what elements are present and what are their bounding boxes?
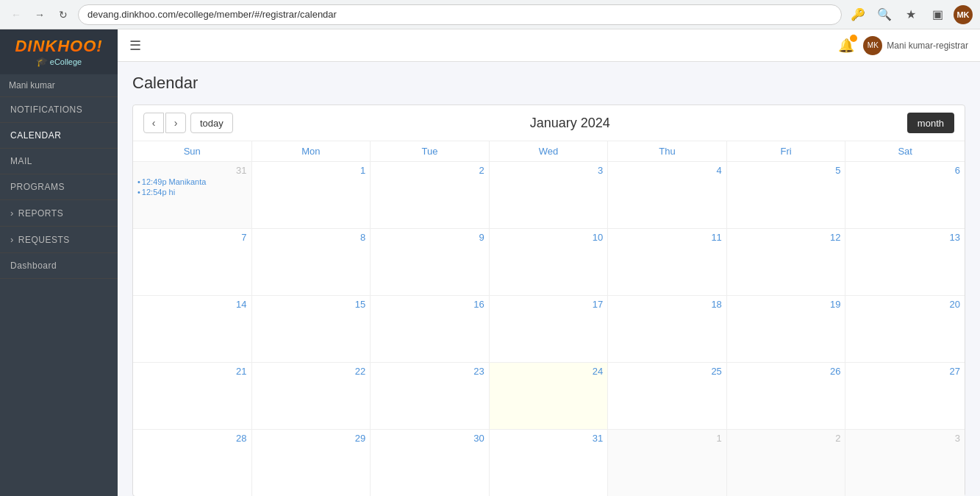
sidebar-username: Mani kumar	[9, 80, 55, 91]
back-button[interactable]: ←	[7, 6, 25, 24]
calendar-cell[interactable]: 9	[371, 229, 490, 295]
calendar-date-number: 30	[375, 433, 484, 444]
calendar-cell[interactable]: 8	[252, 229, 371, 295]
calendar-event[interactable]: 12:49p Manikanta	[137, 177, 247, 186]
calendar-cell[interactable]: 5	[727, 162, 846, 228]
app-container: DINKHOO! 🎓 eCollege Mani kumar NOTIFICAT…	[0, 29, 980, 496]
calendar-date-number: 14	[137, 299, 247, 310]
calendar-cell[interactable]: 13	[845, 229, 965, 295]
calendar-day-header-tue: Tue	[371, 141, 490, 161]
sidebar-nav: NOTIFICATIONSCALENDARMAILPROGRAMSREPORTS…	[0, 97, 118, 279]
calendar-cell[interactable]: 28	[133, 430, 252, 496]
split-view-icon[interactable]: ▣	[927, 4, 948, 25]
user-avatar: MK	[863, 36, 882, 55]
calendar-cell[interactable]: 15	[252, 296, 371, 362]
notification-button[interactable]: 🔔	[838, 38, 854, 54]
calendar-header: ‹ › today January 2024 month	[133, 105, 965, 141]
calendar-date-number: 31	[494, 433, 604, 444]
topbar: ☰ 🔔 MK Mani kumar-registrar	[118, 29, 980, 62]
reload-button[interactable]: ↻	[54, 6, 72, 24]
calendar-cell[interactable]: 19	[727, 296, 846, 362]
calendar-cell[interactable]: 2	[371, 162, 490, 228]
calendar-container: ‹ › today January 2024 month SunMonTueWe…	[132, 104, 965, 496]
calendar-date-number: 19	[732, 299, 841, 310]
calendar-today-button[interactable]: today	[190, 113, 233, 133]
user-display-name: Mani kumar-registrar	[887, 40, 968, 51]
zoom-icon[interactable]: 🔍	[874, 4, 895, 25]
calendar-date-number: 18	[612, 299, 722, 310]
calendar-cell[interactable]: 11	[608, 229, 727, 295]
topbar-left: ☰	[129, 38, 141, 54]
calendar-cell[interactable]: 2	[727, 430, 846, 496]
calendar-cell[interactable]: 23	[371, 363, 490, 429]
sidebar-item-programs[interactable]: PROGRAMS	[0, 174, 118, 200]
calendar-cell[interactable]: 7	[133, 229, 252, 295]
sidebar-item-calendar[interactable]: CALENDAR	[0, 123, 118, 149]
calendar-cell[interactable]: 6	[845, 162, 965, 228]
calendar-day-headers: SunMonTueWedThuFriSat	[133, 141, 965, 162]
hamburger-icon[interactable]: ☰	[129, 38, 141, 54]
sidebar-item-notifications[interactable]: NOTIFICATIONS	[0, 97, 118, 123]
calendar-day-header-thu: Thu	[608, 141, 727, 161]
topbar-right: 🔔 MK Mani kumar-registrar	[838, 36, 968, 55]
calendar-date-number: 1	[257, 165, 366, 176]
url-bar[interactable]: devang.dinkhoo.com/ecollege/member/#/reg…	[78, 4, 842, 25]
calendar-date-number: 21	[137, 366, 247, 377]
browser-user-avatar[interactable]: MK	[954, 5, 973, 24]
calendar-cell[interactable]: 29	[252, 430, 371, 496]
sidebar-user: Mani kumar	[0, 74, 118, 97]
calendar-cell[interactable]: 26	[727, 363, 846, 429]
calendar-cell[interactable]: 1	[608, 430, 727, 496]
calendar-cell[interactable]: 10	[490, 229, 609, 295]
calendar-day-header-wed: Wed	[490, 141, 609, 161]
calendar-date-number: 29	[257, 433, 366, 444]
browser-icons: 🔑 🔍 ★ ▣ MK	[848, 4, 973, 25]
calendar-day-header-sun: Sun	[133, 141, 252, 161]
calendar-cell[interactable]: 31	[490, 430, 609, 496]
sidebar-item-mail[interactable]: MAIL	[0, 149, 118, 174]
calendar-cell[interactable]: 24	[490, 363, 609, 429]
calendar-cell[interactable]: 22	[252, 363, 371, 429]
sidebar-item-requests[interactable]: REQUESTS	[0, 227, 118, 253]
calendar-cell[interactable]: 30	[371, 430, 490, 496]
calendar-date-number: 7	[137, 232, 247, 243]
calendar-cell[interactable]: 3	[845, 430, 965, 496]
calendar-next-button[interactable]: ›	[165, 113, 186, 133]
calendar-cell[interactable]: 3	[490, 162, 609, 228]
bookmark-icon[interactable]: ★	[901, 4, 921, 25]
calendar-date-number: 24	[494, 366, 604, 377]
calendar-date-number: 16	[375, 299, 484, 310]
calendar-date-number: 10	[494, 232, 604, 243]
calendar-cell[interactable]: 12	[727, 229, 846, 295]
password-icon[interactable]: 🔑	[848, 4, 868, 25]
calendar-date-number: 2	[732, 433, 841, 444]
calendar-week-2: 78910111213	[133, 229, 965, 296]
calendar-cell[interactable]: 4	[608, 162, 727, 228]
main-content: Calendar ‹ › today January 2024 month Su…	[118, 62, 980, 496]
calendar-grid: SunMonTueWedThuFriSat 3112:49p Manikanta…	[133, 141, 965, 496]
sidebar-item-reports[interactable]: REPORTS	[0, 200, 118, 227]
calendar-date-number: 8	[257, 232, 366, 243]
calendar-prev-button[interactable]: ‹	[143, 113, 164, 133]
calendar-week-3: 14151617181920	[133, 296, 965, 363]
calendar-date-number: 13	[850, 232, 960, 243]
logo-ecollege-text: eCollege	[50, 57, 82, 66]
calendar-event[interactable]: 12:54p hi	[137, 188, 247, 196]
calendar-cell[interactable]: 17	[490, 296, 609, 362]
calendar-cell[interactable]: 25	[608, 363, 727, 429]
calendar-cell[interactable]: 18	[608, 296, 727, 362]
calendar-date-number: 3	[850, 433, 960, 444]
calendar-month-view-button[interactable]: month	[907, 113, 954, 133]
calendar-date-number: 27	[850, 366, 960, 377]
calendar-cell[interactable]: 3112:49p Manikanta12:54p hi	[133, 162, 252, 228]
forward-button[interactable]: →	[31, 6, 49, 24]
calendar-cell[interactable]: 27	[845, 363, 965, 429]
calendar-cell[interactable]: 20	[845, 296, 965, 362]
calendar-cell[interactable]: 1	[252, 162, 371, 228]
calendar-cell[interactable]: 14	[133, 296, 252, 362]
calendar-cell[interactable]: 16	[371, 296, 490, 362]
calendar-cell[interactable]: 21	[133, 363, 252, 429]
sidebar-item-dashboard[interactable]: Dashboard	[0, 253, 118, 279]
logo-ecollege: 🎓 eCollege	[36, 56, 82, 67]
notification-badge	[850, 35, 857, 42]
